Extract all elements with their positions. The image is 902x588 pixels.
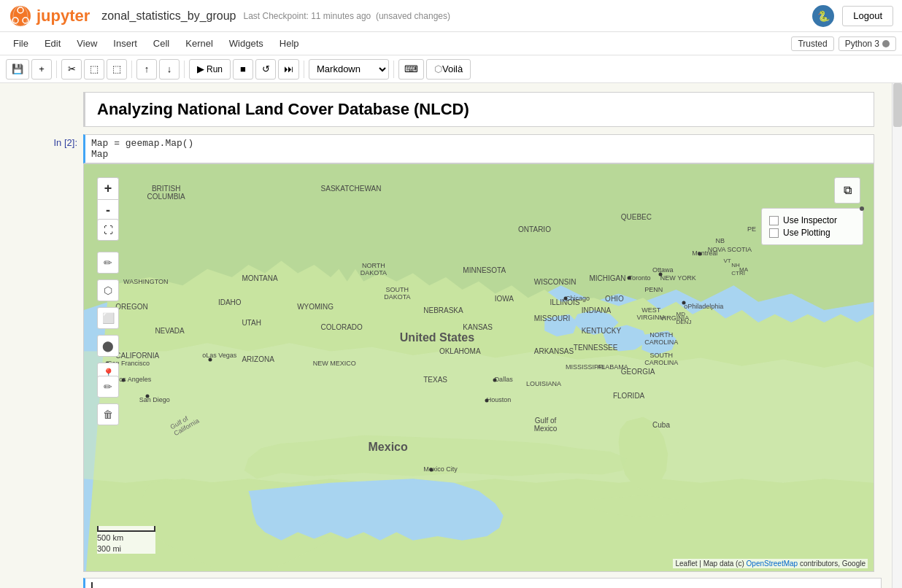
heading-cell[interactable]: Analyzing National Land Cover Database (… — [83, 92, 874, 127]
map-inspector-panel: Use Inspector Use Plotting — [761, 208, 863, 245]
run-label: Run — [207, 64, 223, 74]
map-svg — [84, 164, 874, 571]
toolbar-separator-1 — [56, 61, 57, 78]
toolbar: 💾 + ✂ ⬚ ⬚ ↑ ↓ ▶ Run ■ ↺ ⏭ Markdown Code … — [0, 55, 902, 83]
logout-button[interactable]: Logout — [842, 6, 893, 26]
use-inspector-checkbox[interactable] — [769, 216, 779, 225]
menu-view[interactable]: View — [69, 36, 104, 51]
map-attribution: Leaflet | Map data (c) OpenStreetMap con… — [673, 559, 868, 568]
trusted-badge: Trusted — [791, 36, 833, 51]
menu-file[interactable]: File — [6, 36, 36, 51]
fullscreen-icon: ⛶ — [104, 225, 113, 236]
scale-mi-label: 300 mi — [97, 543, 155, 554]
layers-icon: ⧉ — [844, 184, 852, 197]
topbar: jupyter zonal_statistics_by_group Last C… — [0, 0, 902, 32]
jupyter-icon — [9, 4, 32, 28]
cut-button[interactable]: ✂ — [61, 59, 82, 80]
checkpoint-info: Last Checkpoint: 11 minutes ago (unsaved… — [243, 11, 450, 21]
menu-help[interactable]: Help — [272, 36, 307, 51]
toolbar-separator-5 — [393, 61, 394, 78]
scale-km-label: 500 km — [97, 533, 155, 543]
svg-text:🐍: 🐍 — [817, 10, 830, 23]
use-plotting-label: Use Plotting — [783, 228, 830, 238]
menu-cell[interactable]: Cell — [146, 36, 177, 51]
run-icon: ▶ — [197, 63, 204, 74]
bottom-empty-cell[interactable] — [83, 578, 882, 588]
map-background[interactable]: BRITISHCOLUMBIA SASKATCHEWAN ONTARIO QUE… — [84, 164, 874, 571]
menubar: File Edit View Insert Cell Kernel Widget… — [0, 32, 902, 55]
toolbar-separator-2 — [131, 61, 132, 78]
topbar-right: 🐍 Logout — [812, 4, 893, 28]
map-action-controls: ✏ 🗑 — [97, 376, 119, 425]
code-line-2: Map — [91, 149, 868, 160]
jupyter-logo: jupyter — [9, 4, 90, 28]
cell-type-select[interactable]: Markdown Code Raw NBConvert Heading — [309, 59, 389, 80]
zoom-in-button[interactable]: + — [97, 177, 119, 199]
map-draw-controls: ✏ ⬡ ⬜ ⬤ 📍 — [97, 252, 119, 384]
notebook-heading: Analyzing National Land Cover Database (… — [97, 100, 862, 119]
voila-icon: ⬡ — [434, 63, 442, 74]
menu-edit[interactable]: Edit — [37, 36, 68, 51]
use-plotting-checkbox[interactable] — [769, 228, 779, 238]
bottom-cell-label — [10, 578, 83, 588]
map-fullscreen-button[interactable]: ⛶ — [97, 219, 119, 241]
svg-point-1 — [18, 7, 23, 13]
scale-bar-visual — [97, 526, 155, 532]
notebook: Analyzing National Land Cover Database (… — [0, 83, 902, 588]
menu-widgets[interactable]: Widgets — [222, 36, 271, 51]
python-icon: 🐍 — [812, 4, 835, 28]
voila-label: Voilà — [442, 63, 463, 74]
kernel-status-dot — [882, 40, 890, 47]
paste-button[interactable]: ⬚ — [107, 59, 127, 80]
right-scrollbar[interactable] — [892, 83, 902, 588]
map-dot-indicator — [860, 206, 864, 211]
copy-button[interactable]: ⬚ — [84, 59, 104, 80]
map-zoom-controls: + - — [97, 177, 119, 221]
code-cell[interactable]: Map = geemap.Map() Map — [83, 134, 874, 163]
cell-cursor — [91, 582, 93, 588]
jupyter-wordmark: jupyter — [36, 7, 90, 26]
cell-label-empty — [10, 92, 83, 127]
restart-button[interactable]: ↺ — [255, 59, 276, 80]
notebook-filename[interactable]: zonal_statistics_by_group — [101, 9, 236, 23]
menu-insert[interactable]: Insert — [106, 36, 144, 51]
use-inspector-label: Use Inspector — [783, 215, 837, 225]
osm-link[interactable]: OpenStreetMap — [747, 560, 798, 568]
draw-polygon-button[interactable]: ⬡ — [97, 279, 119, 301]
code-line-1: Map = geemap.Map() — [91, 138, 868, 149]
map-output: BRITISHCOLUMBIA SASKATCHEWAN ONTARIO QUE… — [83, 163, 874, 572]
code-cell-container: In [2]: Map = geemap.Map() Map — [0, 133, 902, 573]
add-cell-button[interactable]: + — [31, 59, 52, 80]
toolbar-separator-4 — [304, 61, 304, 78]
map-delete-button[interactable]: 🗑 — [97, 403, 119, 425]
code-cell-wrapper: Map = geemap.Map() Map — [83, 134, 874, 572]
draw-rectangle-button[interactable]: ⬜ — [97, 307, 119, 329]
zoom-out-button[interactable]: - — [97, 199, 119, 221]
move-up-button[interactable]: ↑ — [136, 59, 157, 80]
map-layers-button[interactable]: ⧉ — [834, 177, 860, 204]
inspector-row-2: Use Plotting — [769, 228, 855, 238]
move-down-button[interactable]: ↓ — [159, 59, 180, 80]
kernel-badge: Python 3 — [839, 36, 896, 51]
run-button[interactable]: ▶ Run — [189, 59, 231, 80]
draw-circle-button[interactable]: ⬤ — [97, 335, 119, 357]
menu-kernel[interactable]: Kernel — [178, 36, 220, 51]
draw-pencil-button[interactable]: ✏ — [97, 252, 119, 274]
toolbar-separator-3 — [184, 61, 185, 78]
scrollbar-thumb[interactable] — [893, 83, 902, 127]
voila-button[interactable]: ⬡ Voilà — [426, 59, 471, 80]
save-button[interactable]: 💾 — [6, 59, 29, 80]
stop-button[interactable]: ■ — [233, 59, 253, 80]
restart-run-button[interactable]: ⏭ — [278, 59, 299, 80]
cell-in-label: In [2]: — [10, 134, 83, 572]
map-edit-button[interactable]: ✏ — [97, 376, 119, 398]
inspector-row-1: Use Inspector — [769, 215, 855, 225]
heading-cell-container: Analyzing National Land Cover Database (… — [0, 90, 902, 128]
map-scale: 500 km 300 mi — [97, 526, 155, 554]
bottom-cell-container — [0, 578, 902, 588]
keyboard-shortcut-button[interactable]: ⌨ — [398, 59, 424, 80]
